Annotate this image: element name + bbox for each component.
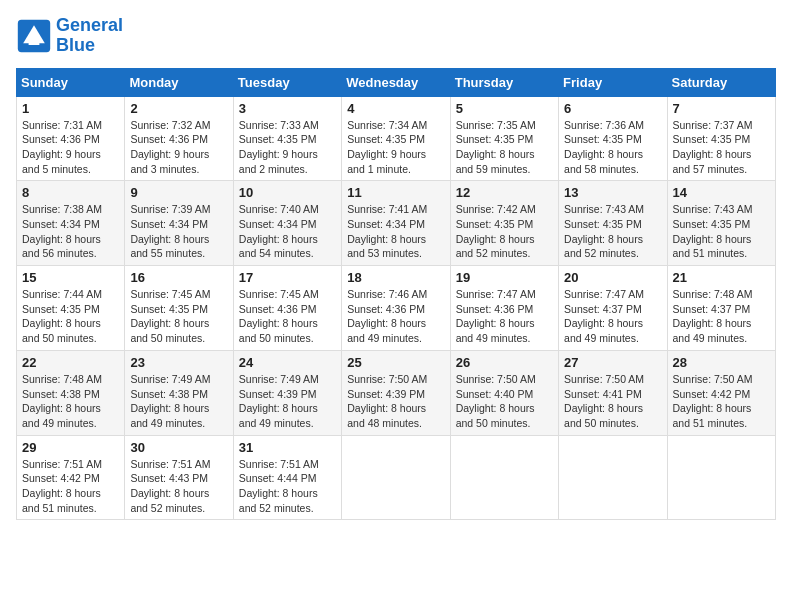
- day-number: 20: [564, 270, 661, 285]
- day-number: 18: [347, 270, 444, 285]
- calendar-cell: 30Sunrise: 7:51 AM Sunset: 4:43 PM Dayli…: [125, 435, 233, 520]
- calendar-cell: 21Sunrise: 7:48 AM Sunset: 4:37 PM Dayli…: [667, 266, 775, 351]
- day-info: Sunrise: 7:48 AM Sunset: 4:38 PM Dayligh…: [22, 372, 119, 431]
- day-info: Sunrise: 7:32 AM Sunset: 4:36 PM Dayligh…: [130, 118, 227, 177]
- day-number: 12: [456, 185, 553, 200]
- day-number: 8: [22, 185, 119, 200]
- day-number: 7: [673, 101, 770, 116]
- calendar-cell: 20Sunrise: 7:47 AM Sunset: 4:37 PM Dayli…: [559, 266, 667, 351]
- day-info: Sunrise: 7:41 AM Sunset: 4:34 PM Dayligh…: [347, 202, 444, 261]
- day-info: Sunrise: 7:49 AM Sunset: 4:38 PM Dayligh…: [130, 372, 227, 431]
- calendar-cell: 27Sunrise: 7:50 AM Sunset: 4:41 PM Dayli…: [559, 350, 667, 435]
- day-number: 15: [22, 270, 119, 285]
- day-info: Sunrise: 7:49 AM Sunset: 4:39 PM Dayligh…: [239, 372, 336, 431]
- day-info: Sunrise: 7:48 AM Sunset: 4:37 PM Dayligh…: [673, 287, 770, 346]
- calendar-cell: 1Sunrise: 7:31 AM Sunset: 4:36 PM Daylig…: [17, 96, 125, 181]
- calendar-cell: [342, 435, 450, 520]
- day-info: Sunrise: 7:50 AM Sunset: 4:39 PM Dayligh…: [347, 372, 444, 431]
- day-number: 3: [239, 101, 336, 116]
- calendar-header-row: SundayMondayTuesdayWednesdayThursdayFrid…: [17, 68, 776, 96]
- calendar-cell: 16Sunrise: 7:45 AM Sunset: 4:35 PM Dayli…: [125, 266, 233, 351]
- calendar-cell: 4Sunrise: 7:34 AM Sunset: 4:35 PM Daylig…: [342, 96, 450, 181]
- day-number: 1: [22, 101, 119, 116]
- day-number: 17: [239, 270, 336, 285]
- calendar-cell: 2Sunrise: 7:32 AM Sunset: 4:36 PM Daylig…: [125, 96, 233, 181]
- day-number: 6: [564, 101, 661, 116]
- day-number: 19: [456, 270, 553, 285]
- day-info: Sunrise: 7:45 AM Sunset: 4:35 PM Dayligh…: [130, 287, 227, 346]
- calendar-cell: [559, 435, 667, 520]
- logo: General Blue: [16, 16, 123, 56]
- weekday-header: Sunday: [17, 68, 125, 96]
- day-info: Sunrise: 7:38 AM Sunset: 4:34 PM Dayligh…: [22, 202, 119, 261]
- calendar-cell: 31Sunrise: 7:51 AM Sunset: 4:44 PM Dayli…: [233, 435, 341, 520]
- calendar-week-row: 8Sunrise: 7:38 AM Sunset: 4:34 PM Daylig…: [17, 181, 776, 266]
- day-info: Sunrise: 7:44 AM Sunset: 4:35 PM Dayligh…: [22, 287, 119, 346]
- calendar-cell: 12Sunrise: 7:42 AM Sunset: 4:35 PM Dayli…: [450, 181, 558, 266]
- day-info: Sunrise: 7:47 AM Sunset: 4:36 PM Dayligh…: [456, 287, 553, 346]
- day-info: Sunrise: 7:45 AM Sunset: 4:36 PM Dayligh…: [239, 287, 336, 346]
- weekday-header: Saturday: [667, 68, 775, 96]
- calendar-cell: 18Sunrise: 7:46 AM Sunset: 4:36 PM Dayli…: [342, 266, 450, 351]
- calendar-cell: 11Sunrise: 7:41 AM Sunset: 4:34 PM Dayli…: [342, 181, 450, 266]
- calendar-cell: 25Sunrise: 7:50 AM Sunset: 4:39 PM Dayli…: [342, 350, 450, 435]
- svg-rect-2: [29, 39, 40, 44]
- day-info: Sunrise: 7:42 AM Sunset: 4:35 PM Dayligh…: [456, 202, 553, 261]
- day-info: Sunrise: 7:34 AM Sunset: 4:35 PM Dayligh…: [347, 118, 444, 177]
- calendar-week-row: 15Sunrise: 7:44 AM Sunset: 4:35 PM Dayli…: [17, 266, 776, 351]
- day-info: Sunrise: 7:40 AM Sunset: 4:34 PM Dayligh…: [239, 202, 336, 261]
- day-info: Sunrise: 7:50 AM Sunset: 4:41 PM Dayligh…: [564, 372, 661, 431]
- day-info: Sunrise: 7:43 AM Sunset: 4:35 PM Dayligh…: [673, 202, 770, 261]
- day-number: 22: [22, 355, 119, 370]
- calendar-cell: 17Sunrise: 7:45 AM Sunset: 4:36 PM Dayli…: [233, 266, 341, 351]
- day-number: 30: [130, 440, 227, 455]
- day-info: Sunrise: 7:51 AM Sunset: 4:43 PM Dayligh…: [130, 457, 227, 516]
- day-info: Sunrise: 7:50 AM Sunset: 4:40 PM Dayligh…: [456, 372, 553, 431]
- day-info: Sunrise: 7:39 AM Sunset: 4:34 PM Dayligh…: [130, 202, 227, 261]
- weekday-header: Thursday: [450, 68, 558, 96]
- day-number: 31: [239, 440, 336, 455]
- day-number: 26: [456, 355, 553, 370]
- day-info: Sunrise: 7:43 AM Sunset: 4:35 PM Dayligh…: [564, 202, 661, 261]
- day-number: 13: [564, 185, 661, 200]
- day-number: 28: [673, 355, 770, 370]
- day-info: Sunrise: 7:33 AM Sunset: 4:35 PM Dayligh…: [239, 118, 336, 177]
- calendar-cell: 14Sunrise: 7:43 AM Sunset: 4:35 PM Dayli…: [667, 181, 775, 266]
- calendar-cell: [450, 435, 558, 520]
- calendar-cell: 19Sunrise: 7:47 AM Sunset: 4:36 PM Dayli…: [450, 266, 558, 351]
- calendar-cell: 7Sunrise: 7:37 AM Sunset: 4:35 PM Daylig…: [667, 96, 775, 181]
- day-info: Sunrise: 7:37 AM Sunset: 4:35 PM Dayligh…: [673, 118, 770, 177]
- day-number: 9: [130, 185, 227, 200]
- day-number: 29: [22, 440, 119, 455]
- day-number: 11: [347, 185, 444, 200]
- page-header: General Blue: [16, 16, 776, 56]
- calendar-cell: 10Sunrise: 7:40 AM Sunset: 4:34 PM Dayli…: [233, 181, 341, 266]
- calendar-table: SundayMondayTuesdayWednesdayThursdayFrid…: [16, 68, 776, 521]
- calendar-cell: 13Sunrise: 7:43 AM Sunset: 4:35 PM Dayli…: [559, 181, 667, 266]
- calendar-cell: 26Sunrise: 7:50 AM Sunset: 4:40 PM Dayli…: [450, 350, 558, 435]
- weekday-header: Friday: [559, 68, 667, 96]
- calendar-body: 1Sunrise: 7:31 AM Sunset: 4:36 PM Daylig…: [17, 96, 776, 520]
- logo-icon: [16, 18, 52, 54]
- day-info: Sunrise: 7:51 AM Sunset: 4:44 PM Dayligh…: [239, 457, 336, 516]
- calendar-week-row: 29Sunrise: 7:51 AM Sunset: 4:42 PM Dayli…: [17, 435, 776, 520]
- day-number: 24: [239, 355, 336, 370]
- calendar-cell: [667, 435, 775, 520]
- weekday-header: Wednesday: [342, 68, 450, 96]
- day-number: 25: [347, 355, 444, 370]
- calendar-cell: 15Sunrise: 7:44 AM Sunset: 4:35 PM Dayli…: [17, 266, 125, 351]
- day-number: 23: [130, 355, 227, 370]
- calendar-cell: 22Sunrise: 7:48 AM Sunset: 4:38 PM Dayli…: [17, 350, 125, 435]
- calendar-cell: 3Sunrise: 7:33 AM Sunset: 4:35 PM Daylig…: [233, 96, 341, 181]
- day-number: 10: [239, 185, 336, 200]
- day-info: Sunrise: 7:51 AM Sunset: 4:42 PM Dayligh…: [22, 457, 119, 516]
- day-number: 2: [130, 101, 227, 116]
- day-number: 5: [456, 101, 553, 116]
- logo-text: General Blue: [56, 16, 123, 56]
- weekday-header: Monday: [125, 68, 233, 96]
- calendar-cell: 5Sunrise: 7:35 AM Sunset: 4:35 PM Daylig…: [450, 96, 558, 181]
- calendar-week-row: 22Sunrise: 7:48 AM Sunset: 4:38 PM Dayli…: [17, 350, 776, 435]
- calendar-cell: 29Sunrise: 7:51 AM Sunset: 4:42 PM Dayli…: [17, 435, 125, 520]
- calendar-cell: 8Sunrise: 7:38 AM Sunset: 4:34 PM Daylig…: [17, 181, 125, 266]
- day-number: 21: [673, 270, 770, 285]
